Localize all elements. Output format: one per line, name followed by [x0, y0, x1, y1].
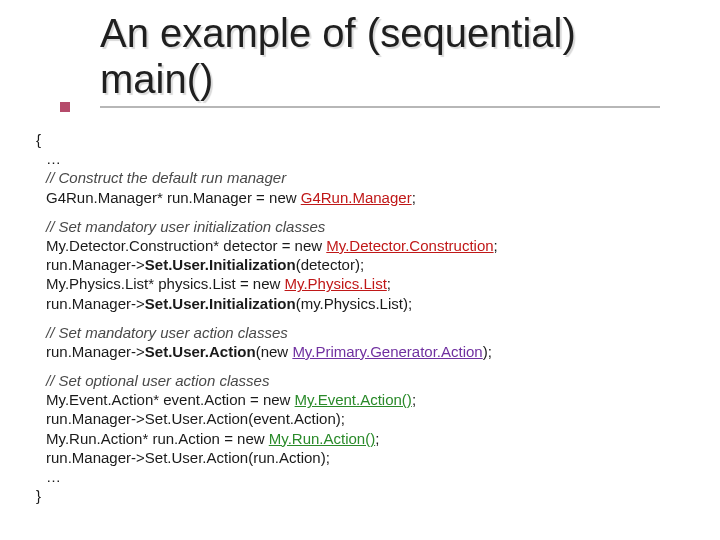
code-text: My.Detector.Construction* detector = new — [46, 237, 326, 254]
kw-mydetector: My.Detector.Construction — [326, 237, 493, 254]
code-line-7: My.Event.Action* event.Action = new My.E… — [36, 390, 696, 409]
ellipsis-bot: … — [36, 467, 696, 486]
code-text: run.Manager-> — [46, 256, 145, 273]
accent-square-icon — [60, 102, 70, 112]
code-text: ; — [375, 430, 379, 447]
close-brace: } — [36, 486, 696, 505]
code-text: My.Run.Action* run.Action = new — [46, 430, 269, 447]
code-text: ; — [387, 275, 391, 292]
code-line-4: My.Physics.List* physics.List = new My.P… — [36, 274, 696, 293]
code-text: run.Manager-> — [46, 343, 145, 360]
code-text: ; — [494, 237, 498, 254]
kw-myprimarygen: My.Primary.Generator.Action — [292, 343, 482, 360]
slide: An example of (sequential) main() { … //… — [0, 0, 720, 540]
code-text: G4Run.Manager* run.Manager = new — [46, 189, 301, 206]
slide-title: An example of (sequential) main() — [100, 10, 660, 102]
comment-4: // Set optional user action classes — [36, 371, 696, 390]
open-brace: { — [36, 130, 696, 149]
title-block: An example of (sequential) main() — [100, 10, 660, 108]
code-line-2: My.Detector.Construction* detector = new… — [36, 236, 696, 255]
code-body: { … // Construct the default run manager… — [36, 130, 696, 505]
code-line-9: My.Run.Action* run.Action = new My.Run.A… — [36, 429, 696, 448]
code-text: ; — [412, 391, 416, 408]
code-text: (my.Physics.List); — [296, 295, 412, 312]
code-line-10: run.Manager->Set.User.Action(run.Action)… — [36, 448, 696, 467]
fn-setuserinit-2: Set.User.Initialization — [145, 295, 296, 312]
code-text: ); — [483, 343, 492, 360]
code-line-6: run.Manager->Set.User.Action(new My.Prim… — [36, 342, 696, 361]
title-line-1: An example of (sequential) — [100, 11, 576, 55]
code-line-5: run.Manager->Set.User.Initialization(my.… — [36, 294, 696, 313]
fn-setuserinit-1: Set.User.Initialization — [145, 256, 296, 273]
kw-g4runmanager: G4Run.Manager — [301, 189, 412, 206]
code-text: ; — [412, 189, 416, 206]
code-text: (new — [256, 343, 293, 360]
comment-2: // Set mandatory user initialization cla… — [36, 217, 696, 236]
code-line-1: G4Run.Manager* run.Manager = new G4Run.M… — [36, 188, 696, 207]
fn-setuseraction: Set.User.Action — [145, 343, 256, 360]
comment-1: // Construct the default run manager — [36, 168, 696, 187]
kw-myphysics: My.Physics.List — [285, 275, 387, 292]
code-text: (detector); — [296, 256, 364, 273]
comment-3: // Set mandatory user action classes — [36, 323, 696, 342]
code-text: My.Event.Action* event.Action = new — [46, 391, 295, 408]
code-line-8: run.Manager->Set.User.Action(event.Actio… — [36, 409, 696, 428]
kw-myeventaction: My.Event.Action() — [295, 391, 412, 408]
title-line-2: main() — [100, 57, 213, 101]
code-text: run.Manager-> — [46, 295, 145, 312]
kw-myrunaction: My.Run.Action() — [269, 430, 375, 447]
ellipsis-top: … — [36, 149, 696, 168]
code-line-3: run.Manager->Set.User.Initialization(det… — [36, 255, 696, 274]
code-text: My.Physics.List* physics.List = new — [46, 275, 285, 292]
